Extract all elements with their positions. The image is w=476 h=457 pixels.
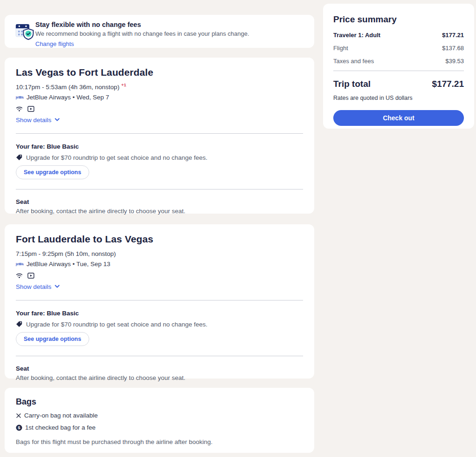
svg-text:jetBlue: jetBlue bbox=[16, 96, 24, 99]
checked-bag-row: $ 1st checked bag for a fee bbox=[16, 424, 303, 431]
flight-times: 10:17pm - 5:53am (4h 36m, nonstop) +1 bbox=[16, 82, 303, 91]
airline-label: JetBlue Airways • Tue, Sep 13 bbox=[26, 261, 110, 268]
no-change-fees-banner: Stay flexible with no change fees We rec… bbox=[5, 15, 314, 48]
rates-note: Rates are quoted in US dollars bbox=[333, 95, 464, 101]
fare-label: Your fare: Blue Basic bbox=[16, 310, 303, 317]
see-upgrade-options-button[interactable]: See upgrade options bbox=[16, 165, 89, 179]
trip-total-value: $177.21 bbox=[432, 79, 464, 89]
divider bbox=[16, 189, 303, 189]
bags-title: Bags bbox=[16, 397, 303, 407]
carry-on-row: Carry-on bag not available bbox=[16, 412, 303, 419]
divider bbox=[16, 300, 303, 300]
amenities-row bbox=[16, 273, 303, 279]
entertainment-icon bbox=[27, 273, 34, 279]
divider bbox=[16, 356, 303, 356]
bags-note: Bags for this flight must be purchased t… bbox=[16, 438, 303, 445]
flight-times: 7:15pm - 9:25pm (5h 10m, nonstop) bbox=[16, 249, 303, 257]
seat-label: Seat bbox=[16, 365, 303, 372]
trip-total-label: Trip total bbox=[333, 79, 370, 89]
summary-row-flight: Flight $137.68 bbox=[333, 45, 464, 52]
bags-card: Bags Carry-on bag not available $ 1st ch… bbox=[5, 388, 314, 453]
price-summary-card: Price summary Traveler 1: Adult $177.21 … bbox=[323, 4, 474, 129]
fare-label: Your fare: Blue Basic bbox=[16, 143, 303, 150]
airline-row: jetBlue JetBlue Airways • Wed, Sep 7 bbox=[16, 94, 303, 101]
tag-icon bbox=[16, 154, 22, 161]
svg-text:$: $ bbox=[18, 425, 20, 430]
checked-bag-text: 1st checked bag for a fee bbox=[25, 424, 96, 431]
divider bbox=[333, 71, 464, 71]
carry-on-text: Carry-on bag not available bbox=[24, 412, 98, 419]
x-icon bbox=[16, 413, 21, 418]
tag-icon bbox=[16, 321, 22, 327]
calendar-shield-check-icon bbox=[15, 21, 34, 41]
check-out-button[interactable]: Check out bbox=[333, 110, 464, 126]
plus-days-badge: +1 bbox=[121, 82, 126, 87]
wifi-icon bbox=[16, 106, 23, 112]
jetblue-logo-icon: jetBlue bbox=[16, 95, 24, 99]
banner-body: We recommend booking a flight with no ch… bbox=[35, 30, 303, 37]
wifi-icon bbox=[16, 273, 23, 279]
divider bbox=[16, 133, 303, 134]
flight-card-return: Fort Lauderdale to Las Vegas 7:15pm - 9:… bbox=[5, 224, 314, 379]
airline-row: jetBlue JetBlue Airways • Tue, Sep 13 bbox=[16, 261, 303, 268]
price-summary-title: Price summary bbox=[333, 14, 464, 25]
entertainment-icon bbox=[27, 106, 34, 112]
flight-title: Las Vegas to Fort Lauderdale bbox=[16, 67, 303, 78]
upgrade-row: Upgrade for $70 roundtrip to get seat ch… bbox=[16, 321, 303, 328]
change-flights-link[interactable]: Change flights bbox=[35, 40, 74, 47]
chevron-down-icon bbox=[54, 118, 60, 122]
summary-row-taxes: Taxes and fees $39.53 bbox=[333, 58, 464, 65]
show-details-link[interactable]: Show details bbox=[16, 117, 303, 124]
seat-text: After booking, contact the airline direc… bbox=[16, 208, 303, 215]
svg-text:jetBlue: jetBlue bbox=[16, 262, 24, 266]
flight-card-outbound: Las Vegas to Fort Lauderdale 10:17pm - 5… bbox=[5, 58, 314, 214]
amenities-row bbox=[16, 106, 303, 112]
seat-label: Seat bbox=[16, 198, 303, 205]
dollar-circle-icon: $ bbox=[16, 424, 22, 431]
chevron-down-icon bbox=[54, 285, 60, 288]
summary-row-traveler: Traveler 1: Adult $177.21 bbox=[333, 32, 464, 39]
show-details-link[interactable]: Show details bbox=[16, 283, 303, 290]
see-upgrade-options-button[interactable]: See upgrade options bbox=[16, 332, 89, 346]
banner-title: Stay flexible with no change fees bbox=[35, 21, 303, 28]
flight-title: Fort Lauderdale to Las Vegas bbox=[16, 234, 303, 245]
trip-total-row: Trip total $177.21 bbox=[333, 79, 464, 89]
seat-text: After booking, contact the airline direc… bbox=[16, 374, 303, 381]
airline-label: JetBlue Airways • Wed, Sep 7 bbox=[26, 94, 109, 101]
upgrade-text: Upgrade for $70 roundtrip to get seat ch… bbox=[26, 321, 207, 328]
upgrade-text: Upgrade for $70 roundtrip to get seat ch… bbox=[26, 154, 207, 161]
jetblue-logo-icon: jetBlue bbox=[16, 262, 24, 266]
upgrade-row: Upgrade for $70 roundtrip to get seat ch… bbox=[16, 154, 303, 161]
